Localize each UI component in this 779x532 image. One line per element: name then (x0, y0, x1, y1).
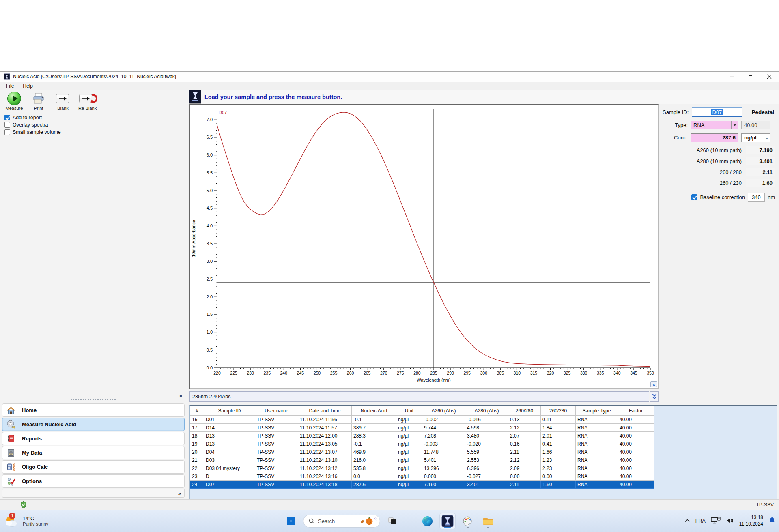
column-header[interactable]: Sample ID (204, 406, 255, 416)
table-cell: RNA (576, 472, 618, 481)
column-header[interactable]: # (190, 406, 204, 416)
restore-button[interactable] (741, 72, 760, 82)
task-view-button[interactable] (384, 513, 400, 529)
small-sample-volume-checkbox[interactable]: Small sample volume (4, 129, 188, 135)
tray-chevron-up-icon[interactable] (684, 518, 690, 524)
minimize-button[interactable] (723, 72, 741, 82)
sidebar-item-oligo-calc[interactable]: Oligo Calc (2, 460, 185, 474)
baseline-unit-label: nm (768, 194, 775, 200)
table-row[interactable]: 16D01TP-SSV11.10.2024 11:56-0.1ng/µl-0.0… (190, 416, 654, 424)
sidebar-item-my-data[interactable]: My Data (2, 446, 185, 459)
table-row[interactable]: 21D03TP-SSV11.10.2024 13:10216.0ng/µl5.4… (190, 456, 654, 464)
table-cell: -0.003 (422, 440, 465, 448)
nav-label: Options (22, 478, 42, 484)
table-row[interactable]: 20D04TP-SSV11.10.2024 13:07469.9ng/µl11.… (190, 448, 654, 456)
unit-select[interactable]: ng/µl ⌄ (741, 133, 770, 142)
overlay-spectra-checkbox[interactable]: Overlay spectra (4, 122, 188, 128)
table-cell: ng/µl (396, 481, 422, 489)
add-to-report-checkbox[interactable]: Add to report (4, 115, 188, 120)
sidebar-item-reports[interactable]: Reports (2, 432, 185, 445)
column-header[interactable]: A260 (Abs) (422, 406, 465, 416)
unit-value: ng/µl (744, 135, 757, 141)
table-row[interactable]: 19D13TP-SSV11.10.2024 13:05-0.1ng/µl-0.0… (190, 440, 654, 448)
add-to-report-label: Add to report (13, 115, 42, 120)
print-button[interactable]: Print (30, 91, 47, 111)
nav-splitter-handle[interactable] (71, 399, 116, 402)
table-cell: 6.396 (465, 464, 508, 472)
table-cell: D04 (204, 448, 255, 456)
series-label: D07 (219, 110, 227, 115)
x-tick-label: 280 (413, 371, 421, 375)
collapse-chart-button[interactable]: « (650, 381, 657, 387)
x-tick-label: 305 (497, 371, 504, 375)
table-cell: 40.00 (618, 440, 654, 448)
taskbar-app-edge[interactable] (419, 513, 435, 529)
status-message: Load your sample and press the measure b… (204, 94, 342, 100)
search-box[interactable]: Search (303, 515, 380, 528)
x-tick-label: 310 (514, 371, 521, 375)
close-button[interactable] (760, 72, 779, 82)
x-tick-label: 340 (613, 371, 621, 375)
network-icon[interactable] (711, 517, 721, 526)
language-indicator[interactable]: FRA (695, 518, 706, 524)
table-row[interactable]: 24D07TP-SSV11.10.2024 13:18287.6ng/µl7.1… (190, 481, 654, 489)
table-cell: 40.00 (618, 472, 654, 481)
spectrum-svg: 2202252302352402452502552602652702752802… (190, 105, 657, 387)
baseline-wavelength-input[interactable]: 340 (748, 193, 765, 202)
table-cell: 11.748 (422, 448, 465, 456)
x-axis-label: Wavelength (nm) (417, 378, 450, 382)
volume-icon[interactable] (726, 517, 734, 525)
column-header[interactable]: A280 (Abs) (465, 406, 508, 416)
column-header[interactable]: Date and Time (298, 406, 352, 416)
table-cell: -0.027 (465, 472, 508, 481)
column-header[interactable]: 260/230 (541, 406, 576, 416)
start-button[interactable] (283, 513, 299, 529)
menu-help[interactable]: Help (23, 83, 33, 89)
weather-widget[interactable]: 1 14°C Partly sunny (4, 510, 48, 532)
collapse-pane-button[interactable]: » (2, 393, 185, 399)
table-cell: D13 (204, 432, 255, 440)
table-cell: 11.10.2024 13:16 (298, 472, 352, 481)
x-tick-label: 275 (397, 371, 404, 375)
table-cell: D (204, 472, 255, 481)
clock[interactable]: 13:18 11.10.2024 (739, 515, 763, 527)
column-header[interactable]: Sample Type (576, 406, 618, 416)
column-header[interactable]: Nucleic Acid (352, 406, 396, 416)
conc-label: Conc. (663, 135, 688, 141)
sidebar-item-measure-nucleic-acid[interactable]: Measure Nucleic Acid (2, 418, 185, 431)
blank-button[interactable]: Blank (54, 91, 72, 111)
tray-time: 13:18 (739, 515, 763, 521)
reblank-button[interactable]: Re-Blank (78, 91, 97, 111)
ratio-260-280-label: 260 / 280 (720, 169, 742, 175)
column-header[interactable]: 260/280 (508, 406, 541, 416)
table-row[interactable]: 18D13TP-SSV11.10.2024 12:00288.3ng/µl7.2… (190, 432, 654, 440)
sidebar-item-options[interactable]: Options (2, 474, 185, 488)
cursor-readout: 285nm 2.404Abs (189, 391, 649, 402)
table-cell: TP-SSV (255, 440, 298, 448)
sample-id-input[interactable]: D07 (692, 107, 742, 117)
column-header[interactable]: Unit (396, 406, 422, 416)
expand-readout-button[interactable] (650, 391, 659, 402)
sidebar-item-home[interactable]: Home (2, 403, 185, 417)
taskbar-app-nucleic-acid[interactable] (439, 513, 456, 529)
measure-button[interactable]: Measure (5, 91, 23, 111)
table-cell: 21 (190, 456, 204, 464)
notification-bell-icon[interactable] (768, 517, 776, 526)
table-row[interactable]: 23DTP-SSV11.10.2024 13:160.0ng/µl0.000-0… (190, 472, 654, 481)
menu-file[interactable]: File (6, 83, 14, 89)
baseline-correction-checkbox[interactable] (691, 194, 697, 200)
type-select[interactable]: RNA (691, 121, 738, 129)
factor-field[interactable]: 40.00 (741, 121, 770, 129)
table-row[interactable]: 17D14TP-SSV11.10.2024 11:57389.7ng/µl9.7… (190, 424, 654, 432)
table-cell: 11.10.2024 13:10 (298, 456, 352, 464)
column-header[interactable]: Factor (618, 406, 654, 416)
conc-value: 287.6 (722, 135, 736, 141)
table-cell: 13.396 (422, 464, 465, 472)
taskbar-app-file-explorer[interactable] (480, 513, 496, 529)
column-header[interactable]: User name (255, 406, 298, 416)
spectrum-chart[interactable]: 2202252302352402452502552602652702752802… (189, 104, 659, 389)
nav-expand-button[interactable]: » (2, 489, 185, 498)
taskbar-app-paint[interactable] (460, 513, 476, 529)
table-row[interactable]: 22D03 04 mysteryTP-SSV11.10.2024 13:1253… (190, 464, 654, 472)
table-cell: 389.7 (352, 424, 396, 432)
